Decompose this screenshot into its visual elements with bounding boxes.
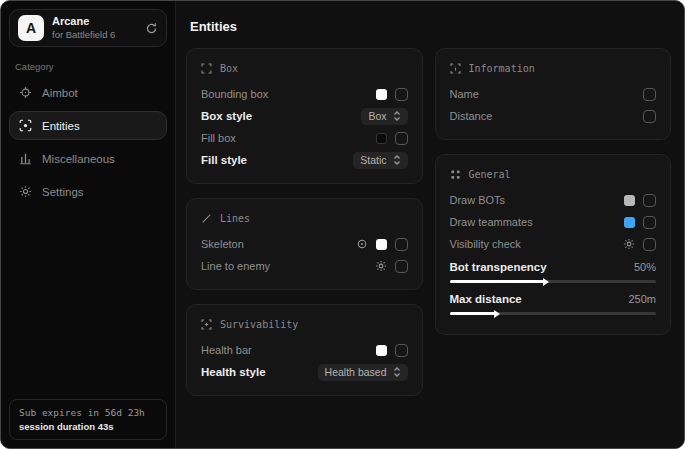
subscription-info-card: Sub expires in 56d 23h session duration …	[9, 399, 167, 440]
section-title: Information	[469, 63, 535, 74]
box-frame-icon	[201, 63, 212, 74]
distance-checkbox[interactable]	[643, 110, 656, 123]
line-to-enemy-checkbox[interactable]	[395, 260, 408, 273]
color-swatch[interactable]	[376, 89, 387, 100]
setting-label: Visibility check	[450, 238, 521, 250]
color-swatch[interactable]	[624, 217, 635, 228]
box-style-dropdown[interactable]: Box	[361, 108, 407, 125]
name-checkbox[interactable]	[643, 88, 656, 101]
sub-expiry-text: Sub expires in 56d 23h	[19, 407, 157, 418]
sidebar-item-label: Entities	[42, 120, 80, 132]
grid-dots-icon	[450, 169, 461, 180]
setting-label: Health bar	[201, 344, 252, 356]
app-subtitle: for Battlefield 6	[52, 29, 115, 41]
setting-row-name: Name	[450, 83, 657, 105]
health-style-dropdown[interactable]: Health based	[318, 364, 408, 381]
setting-label: Box style	[201, 110, 252, 122]
setting-label: Draw teammates	[450, 216, 533, 228]
setting-row-draw-teammates: Draw teammates	[450, 211, 657, 233]
setting-label: Fill box	[201, 132, 236, 144]
app-header-card[interactable]: A Arcane for Battlefield 6	[9, 9, 167, 47]
section-title: Lines	[220, 213, 250, 224]
dropdown-value: Static	[360, 154, 386, 166]
category-label: Category	[15, 61, 161, 72]
setting-label: Name	[450, 88, 479, 100]
bot-transpenency-slider[interactable]	[450, 280, 657, 283]
crosshair-icon	[18, 86, 32, 99]
scan-target-icon	[18, 119, 32, 132]
bounding-box-checkbox[interactable]	[395, 88, 408, 101]
section-title: Box	[220, 63, 238, 74]
lines-section-header: Lines	[201, 213, 408, 224]
bars-icon	[18, 152, 32, 165]
gear-icon[interactable]	[623, 238, 635, 250]
visibility-check-checkbox[interactable]	[643, 238, 656, 251]
general-section-card: General Draw BOTs Draw teammates	[435, 154, 672, 335]
sidebar-item-entities[interactable]: Entities	[9, 111, 167, 140]
color-swatch[interactable]	[376, 133, 387, 144]
setting-label: Health style	[201, 366, 266, 378]
setting-label: Max distance	[450, 293, 522, 305]
setting-row-fill-box: Fill box	[201, 127, 408, 149]
fill-box-checkbox[interactable]	[395, 132, 408, 145]
target-icon[interactable]	[356, 238, 368, 250]
setting-label: Distance	[450, 110, 493, 122]
setting-row-skeleton: Skeleton	[201, 233, 408, 255]
box-section-card: Box Bounding box Box style Box	[186, 48, 423, 184]
main-content: Entities Box Bounding box	[176, 1, 684, 448]
section-title: General	[469, 169, 511, 180]
sidebar: A Arcane for Battlefield 6 Category Aimb…	[1, 1, 176, 448]
sync-icon[interactable]	[145, 22, 158, 35]
sidebar-item-label: Settings	[42, 186, 84, 198]
sidebar-item-aimbot[interactable]: Aimbot	[9, 78, 167, 107]
app-logo: A	[18, 15, 44, 41]
setting-row-health-bar: Health bar	[201, 339, 408, 361]
slider-handle[interactable]	[494, 310, 500, 318]
setting-row-health-style: Health style Health based	[201, 361, 408, 383]
color-swatch[interactable]	[376, 345, 387, 356]
slider-handle[interactable]	[543, 278, 549, 286]
setting-label: Fill style	[201, 154, 247, 166]
dropdown-value: Box	[368, 110, 386, 122]
fill-style-dropdown[interactable]: Static	[353, 152, 407, 169]
slider-value: 250m	[628, 293, 656, 305]
max-distance-slider[interactable]	[450, 312, 657, 315]
draw-teammates-checkbox[interactable]	[643, 216, 656, 229]
setting-row-bounding-box: Bounding box	[201, 83, 408, 105]
color-swatch[interactable]	[376, 239, 387, 250]
setting-row-box-style: Box style Box	[201, 105, 408, 127]
skeleton-checkbox[interactable]	[395, 238, 408, 251]
setting-row-line-to-enemy: Line to enemy	[201, 255, 408, 277]
setting-label: Skeleton	[201, 238, 244, 250]
app-name: Arcane	[52, 15, 115, 29]
left-column: Box Bounding box Box style Box	[186, 48, 423, 396]
app-meta: Arcane for Battlefield 6	[52, 15, 115, 41]
health-bar-checkbox[interactable]	[395, 344, 408, 357]
color-swatch[interactable]	[624, 195, 635, 206]
gear-icon[interactable]	[375, 260, 387, 272]
lines-section-card: Lines Skeleton	[186, 198, 423, 290]
slider-value: 50%	[634, 261, 656, 273]
setting-label: Bot transpenency	[450, 261, 547, 273]
draw-bots-checkbox[interactable]	[643, 194, 656, 207]
max-distance-slider-block: Max distance 250m	[450, 290, 657, 315]
app-window: A Arcane for Battlefield 6 Category Aimb…	[0, 0, 685, 449]
sidebar-item-settings[interactable]: Settings	[9, 177, 167, 206]
sidebar-item-label: Miscellaneous	[42, 153, 115, 165]
right-column: Information Name Distance	[435, 48, 672, 335]
chevron-up-down-icon	[393, 111, 401, 121]
setting-label: Line to enemy	[201, 260, 270, 272]
sidebar-item-miscellaneous[interactable]: Miscellaneous	[9, 144, 167, 173]
health-brackets-icon	[201, 319, 212, 330]
setting-row-visibility-check: Visibility check	[450, 233, 657, 255]
session-duration-text: session duration 43s	[19, 421, 157, 432]
information-section-header: Information	[450, 63, 657, 74]
dropdown-value: Health based	[325, 366, 387, 378]
section-title: Survivability	[220, 319, 298, 330]
chevron-up-down-icon	[393, 367, 401, 377]
setting-label: Draw BOTs	[450, 194, 506, 206]
general-section-header: General	[450, 169, 657, 180]
bot-transpenency-slider-block: Bot transpenency 50%	[450, 258, 657, 283]
setting-label: Bounding box	[201, 88, 268, 100]
box-section-header: Box	[201, 63, 408, 74]
